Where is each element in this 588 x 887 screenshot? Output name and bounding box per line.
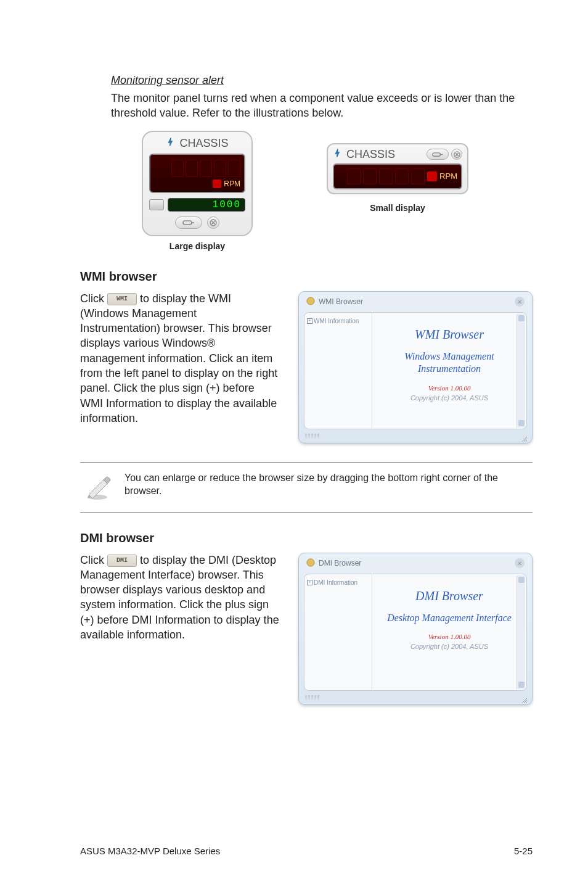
large-gauge-unit: RPM	[224, 179, 240, 188]
wmi-heading: WMI Browser	[378, 328, 520, 342]
large-gauge-title: CHASSIS	[179, 137, 228, 150]
dmi-browser-window: DMI Browser ✕ + DMI Information DMI Br	[298, 553, 533, 705]
note-callout: You can enlarge or reduce the browser si…	[80, 462, 533, 513]
wmi-button[interactable]: WMI	[107, 293, 137, 305]
note-text: You can enlarge or reduce the browser si…	[125, 471, 530, 498]
dmi-tree-panel[interactable]: + DMI Information	[304, 574, 372, 690]
pencil-note-icon	[83, 471, 112, 503]
bolt-icon	[166, 137, 176, 149]
window-footer	[301, 693, 529, 702]
rpm-indicator-icon	[427, 171, 437, 181]
app-icon	[306, 297, 315, 307]
expand-toggle-button[interactable]	[427, 149, 449, 160]
wmi-copyright: Copyright (c) 2004, ASUS	[378, 394, 520, 402]
small-gauge-display: RPM	[333, 163, 462, 189]
wmi-browser-window: WMI Browser ✕ + WMI Information WMI Br	[298, 291, 533, 444]
svg-point-15	[307, 559, 314, 566]
dmi-window-title: DMI Browser	[319, 559, 361, 567]
wmi-version: Version 1.00.00	[378, 384, 520, 392]
svg-rect-0	[183, 221, 192, 225]
scrollbar[interactable]	[517, 314, 525, 427]
scroll-up-icon[interactable]	[518, 577, 525, 583]
monitoring-alert-subhead: Monitoring sensor alert	[80, 74, 533, 87]
rpm-indicator-icon	[213, 179, 221, 188]
wmi-subheading: Windows Management Instrumentation	[378, 350, 520, 376]
dmi-copyright: Copyright (c) 2004, ASUS	[378, 643, 520, 650]
close-icon[interactable]: ✕	[515, 297, 525, 307]
tree-expand-icon[interactable]: +	[307, 580, 312, 585]
gauge-row: CHASSIS RPM 1000	[80, 131, 533, 251]
dmi-button[interactable]: DMI	[107, 555, 137, 567]
wmi-window-title: WMI Browser	[319, 297, 363, 306]
scroll-down-icon[interactable]	[518, 682, 525, 688]
page-footer: ASUS M3A32-MVP Deluxe Series 5-25	[80, 833, 533, 856]
svg-rect-5	[433, 152, 441, 155]
resize-handle-icon[interactable]	[521, 433, 527, 439]
large-display-caption: Large display	[169, 241, 225, 251]
wmi-section-title: WMI browser	[80, 270, 533, 284]
bolt-icon	[333, 148, 343, 160]
wmi-content-panel: WMI Browser Windows Management Instrumen…	[372, 313, 526, 429]
footer-page-number: 5-25	[514, 846, 533, 856]
svg-line-18	[526, 702, 527, 703]
dmi-subheading: Desktop Management Interface	[378, 612, 520, 625]
close-icon[interactable]: ✕	[515, 558, 525, 568]
dmi-version: Version 1.00.00	[378, 633, 520, 640]
tree-expand-icon[interactable]: +	[307, 318, 312, 324]
threshold-slider[interactable]: 1000	[149, 198, 245, 212]
svg-point-10	[307, 297, 314, 305]
app-icon	[306, 558, 315, 569]
dmi-tree-root[interactable]: DMI Information	[314, 579, 357, 586]
resize-handle-icon[interactable]	[521, 695, 527, 701]
large-gauge-display: RPM	[149, 154, 245, 193]
dmi-heading: DMI Browser	[378, 589, 520, 603]
small-gauge-unit: RPM	[439, 171, 457, 181]
chassis-large-display: CHASSIS RPM 1000	[142, 131, 253, 251]
dmi-body-text: Click DMI to display the DMI (Desktop Ma…	[80, 553, 280, 643]
scroll-up-icon[interactable]	[518, 315, 525, 321]
monitoring-alert-body: The monitor panel turns red when a compo…	[80, 91, 533, 121]
chassis-small-display: CHASSIS	[327, 143, 468, 213]
wmi-body-text: Click WMI to display the WMI (Windows Ma…	[80, 291, 280, 426]
svg-line-13	[526, 440, 527, 442]
dmi-section-title: DMI browser	[80, 531, 533, 545]
small-gauge-title: CHASSIS	[346, 148, 395, 161]
dmi-content-panel: DMI Browser Desktop Management Interface…	[372, 574, 526, 690]
close-gauge-button[interactable]	[451, 149, 462, 160]
slider-knob-icon[interactable]	[149, 199, 164, 210]
scroll-down-icon[interactable]	[518, 420, 525, 426]
threshold-value: 1000	[172, 199, 241, 210]
expand-toggle-button[interactable]	[175, 217, 202, 229]
small-display-caption: Small display	[370, 203, 425, 213]
wmi-tree-root[interactable]: WMI Information	[314, 318, 359, 324]
window-footer	[301, 432, 529, 440]
close-gauge-button[interactable]	[207, 217, 219, 229]
footer-left: ASUS M3A32-MVP Deluxe Series	[80, 846, 220, 856]
scrollbar[interactable]	[517, 576, 525, 689]
wmi-tree-panel[interactable]: + WMI Information	[304, 313, 372, 429]
